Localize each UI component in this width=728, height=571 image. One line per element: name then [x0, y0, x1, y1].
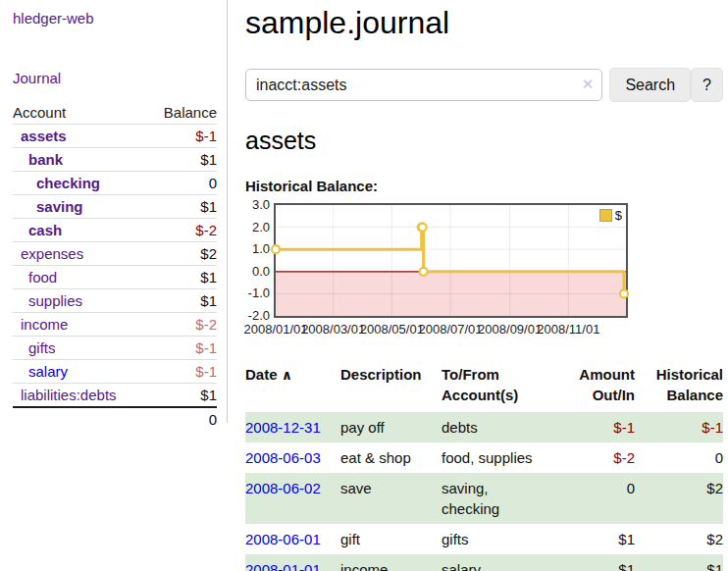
- account-link[interactable]: cash: [28, 222, 62, 238]
- register-row: 2008-06-01giftgifts$1$2: [245, 524, 723, 554]
- register-row: 2008-12-31pay offdebts$-1$-1: [245, 412, 723, 442]
- account-link[interactable]: checking: [36, 175, 100, 191]
- account-balance: $1: [147, 148, 217, 172]
- search-input[interactable]: [245, 69, 602, 101]
- register-balance: 0: [635, 442, 723, 473]
- search-button[interactable]: Search: [609, 68, 691, 102]
- register-description: eat & shop: [340, 442, 442, 473]
- register-header-balance: Historical Balance: [635, 359, 723, 412]
- register-row: 2008-06-03eat & shopfood, supplies$-20: [245, 442, 723, 473]
- sidebar-account-row: gifts$-1: [13, 337, 217, 360]
- balance-column-header: Balance: [147, 101, 217, 125]
- x-tick-label: 2008/05/01: [360, 322, 424, 337]
- page-title: sample.journal: [245, 0, 723, 41]
- register-row: 2008-01-01incomesalary$1$1: [245, 554, 723, 571]
- x-tick-label: 2008/11/01: [537, 322, 599, 337]
- chart-legend: $: [599, 208, 622, 223]
- clear-search-icon[interactable]: ✕: [582, 76, 595, 93]
- register-balance: $2: [635, 524, 723, 554]
- register-accounts: food, supplies: [442, 442, 563, 473]
- help-button[interactable]: ?: [691, 68, 723, 102]
- sidebar-account-row: cash$-2: [13, 219, 217, 242]
- balance-chart: 3.02.01.00.0-1.0-2.0 $ 2008/01/012008/03…: [245, 201, 723, 338]
- chart-plot-area: $: [274, 203, 628, 318]
- y-tick-label: 1.0: [245, 241, 270, 256]
- account-balance: $-1: [147, 337, 217, 360]
- account-link[interactable]: income: [21, 316, 68, 333]
- search-box: ✕: [245, 69, 602, 101]
- register-description: save: [340, 473, 442, 524]
- account-balance: $2: [147, 242, 217, 266]
- main-content: sample.journal ✕ Search ? assets Histori…: [245, 0, 723, 571]
- y-tick-label: -2.0: [245, 308, 270, 323]
- register-date-link[interactable]: 2008-06-02: [245, 480, 321, 496]
- legend-swatch-icon: [599, 209, 612, 222]
- sidebar-account-row: income$-2: [13, 313, 217, 337]
- sidebar-account-row: checking0: [13, 172, 217, 195]
- register-amount: 0: [563, 473, 635, 524]
- sidebar-account-row: saving$1: [13, 195, 217, 219]
- register-amount: $1: [563, 554, 635, 571]
- sidebar: hledger-web Journal Account Balance asse…: [0, 0, 228, 423]
- account-balance: 0: [147, 172, 217, 195]
- register-accounts: debts: [442, 412, 563, 442]
- sidebar-account-row: expenses$2: [13, 242, 217, 266]
- chart-title-label: Historical Balance:: [245, 178, 723, 194]
- account-heading: assets: [245, 127, 723, 155]
- account-balance: $1: [147, 289, 217, 313]
- register-amount: $1: [563, 524, 635, 554]
- account-balance: $1: [147, 266, 217, 289]
- x-tick-label: 2008/01/01: [243, 322, 307, 337]
- account-link[interactable]: salary: [28, 363, 68, 380]
- account-link[interactable]: bank: [28, 151, 63, 168]
- register-amount: $-1: [563, 412, 635, 442]
- y-tick-label: 2.0: [245, 220, 270, 234]
- account-balance: $-2: [147, 313, 217, 337]
- account-link[interactable]: supplies: [28, 292, 82, 309]
- sidebar-account-row: liabilities:debts$1: [13, 384, 217, 408]
- register-header-date[interactable]: Date ∧: [245, 359, 340, 412]
- account-balance: $1: [147, 195, 217, 219]
- x-tick-label: 2008/07/01: [418, 322, 482, 337]
- accounts-total: 0: [147, 407, 217, 431]
- account-link[interactable]: saving: [36, 198, 83, 215]
- nav-journal-link[interactable]: Journal: [13, 70, 221, 86]
- register-row: 2008-06-02savesaving, checking0$2: [245, 473, 723, 524]
- register-header-accounts: To/From Account(s): [442, 359, 563, 412]
- accounts-total-row: 0: [13, 407, 217, 431]
- account-balance: $-2: [147, 219, 217, 242]
- sort-ascending-icon: ∧: [282, 367, 292, 383]
- register-date-link[interactable]: 2008-01-01: [245, 561, 321, 571]
- brand-link[interactable]: hledger-web: [13, 10, 221, 26]
- account-link[interactable]: expenses: [21, 245, 83, 262]
- account-balance: $-1: [147, 360, 217, 384]
- register-balance: $2: [635, 473, 723, 524]
- search-form: ✕ Search ?: [245, 68, 723, 102]
- account-link[interactable]: assets: [21, 128, 67, 144]
- register-date-link[interactable]: 2008-12-31: [245, 419, 321, 436]
- register-header-amount: Amount Out/In: [563, 359, 635, 412]
- y-tick-label: 3.0: [245, 197, 270, 212]
- account-balance: $1: [147, 384, 217, 408]
- register-table: Date ∧ Description To/From Account(s) Am…: [245, 359, 723, 571]
- register-description: income: [340, 554, 442, 571]
- sidebar-account-row: assets$-1: [13, 125, 217, 148]
- sidebar-account-row: supplies$1: [13, 289, 217, 313]
- register-description: gift: [340, 524, 442, 554]
- sidebar-account-row: bank$1: [13, 148, 217, 172]
- y-tick-label: 0.0: [245, 264, 270, 279]
- register-accounts: salary: [442, 554, 563, 571]
- register-balance: $1: [635, 554, 723, 571]
- x-tick-label: 2008/09/01: [478, 322, 542, 337]
- account-column-header: Account: [13, 101, 147, 125]
- register-date-link[interactable]: 2008-06-01: [245, 531, 321, 547]
- register-balance: $-1: [635, 412, 723, 442]
- register-accounts: saving, checking: [442, 473, 563, 524]
- account-link[interactable]: liabilities:debts: [21, 387, 117, 403]
- sidebar-account-row: salary$-1: [13, 360, 217, 384]
- account-link[interactable]: food: [28, 269, 57, 286]
- chart-svg: [276, 205, 626, 316]
- register-date-link[interactable]: 2008-06-03: [245, 449, 321, 466]
- register-amount: $-2: [563, 442, 635, 473]
- account-link[interactable]: gifts: [28, 339, 56, 356]
